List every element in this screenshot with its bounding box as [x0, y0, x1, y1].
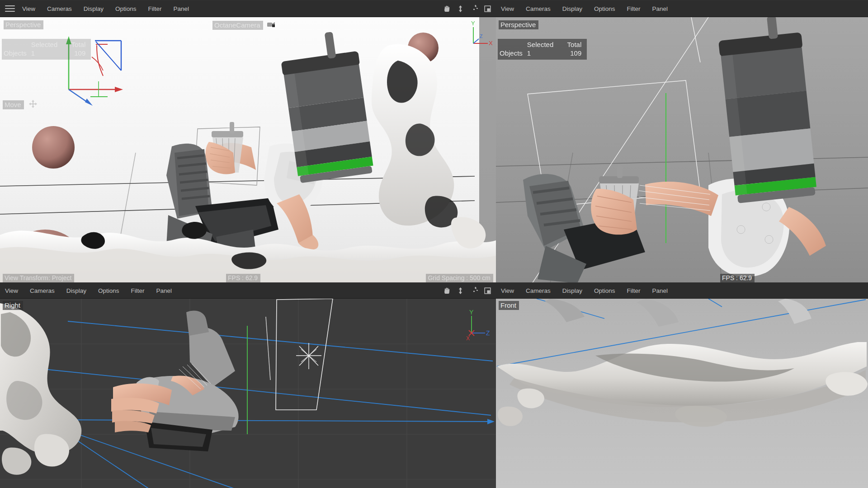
panel-menubar-bottom-right: View Cameras Display Options Filter Pane…: [496, 282, 868, 299]
stats-total-value: 109: [553, 49, 581, 57]
menu-item-filter[interactable]: Filter: [131, 287, 145, 294]
axis-label-y: Y: [471, 20, 475, 27]
viewport-3d-bottom-right[interactable]: Front: [496, 299, 868, 488]
menu-item-cameras[interactable]: Cameras: [30, 287, 55, 294]
menu-item-cameras[interactable]: Cameras: [526, 5, 551, 12]
grid-spacing-label: Grid Spacing : 500 cm: [426, 274, 493, 282]
stats-header-selected: Selected: [31, 40, 57, 49]
menu-item-panel[interactable]: Panel: [156, 287, 172, 294]
scene-render-bottom-right: [496, 299, 868, 488]
viewport-panel-top-right: View Cameras Display Options Filter Pane…: [496, 0, 868, 282]
tumble-icon[interactable]: [470, 287, 478, 295]
view-name-label-bottom-right: Front: [499, 301, 519, 309]
menu-item-panel[interactable]: Panel: [652, 287, 668, 294]
tumble-icon[interactable]: [470, 5, 478, 13]
stats-total-value: 109: [57, 49, 85, 57]
viewport-3d-top-right[interactable]: Perspective Selected Total Objects 1 109: [496, 17, 868, 282]
move-icon: [28, 99, 38, 110]
axis-label-y: Y: [469, 309, 474, 316]
axis-orientation-gizmo-top-left: Y X Z: [466, 19, 492, 51]
menu-item-panel[interactable]: Panel: [174, 5, 189, 12]
fps-label-top-left: FPS : 62.9: [226, 274, 260, 282]
menu-item-options[interactable]: Options: [594, 5, 615, 12]
viewport-tool-icons-bottom-left: [443, 283, 494, 298]
viewport-tool-icons-top-left: [443, 0, 494, 17]
menu-item-filter[interactable]: Filter: [627, 287, 641, 294]
stats-row-label: Objects: [4, 49, 31, 57]
heads-up-display-object-count-top-left: Selected Total Objects 1 109: [2, 39, 91, 60]
viewport-3d-top-left[interactable]: Perspective OctaneCamera Selected Total …: [0, 17, 496, 282]
hand-icon[interactable]: [443, 5, 451, 13]
axis-label-x: X: [466, 335, 470, 341]
menu-item-cameras[interactable]: Cameras: [526, 287, 551, 294]
menu-item-filter[interactable]: Filter: [627, 5, 641, 12]
viewport-3d-bottom-left[interactable]: Right Y Z X: [0, 299, 496, 488]
axis-label-z: Z: [480, 33, 483, 39]
menu-item-display[interactable]: Display: [84, 5, 104, 12]
axis-label-x: X: [489, 40, 492, 47]
stats-selected-value: 1: [527, 49, 553, 57]
panel-menubar-bottom-left: View Cameras Display Options Filter Pane…: [0, 282, 496, 299]
menu-item-options[interactable]: Options: [98, 287, 119, 294]
active-tool-hud: Move: [3, 99, 38, 110]
view-name-label-bottom-left: Right: [3, 301, 23, 309]
view-transform-label: View Transform: Project: [3, 274, 74, 282]
axis-orientation-gizmo-bottom-left: Y Z X: [463, 308, 491, 343]
menu-item-cameras[interactable]: Cameras: [47, 5, 72, 12]
view-name-label-top-left: Perspective: [4, 21, 43, 28]
viewport-panel-bottom-left: View Cameras Display Options Filter Pane…: [0, 282, 496, 488]
menu-item-filter[interactable]: Filter: [148, 5, 162, 12]
stats-header-selected: Selected: [527, 40, 553, 49]
stats-selected-value: 1: [31, 49, 57, 57]
active-tool-label: Move: [3, 100, 24, 109]
camera-name-hud-top-left: OctaneCamera: [212, 21, 276, 30]
hand-icon[interactable]: [443, 287, 451, 295]
menu-item-options[interactable]: Options: [594, 287, 615, 294]
panel-menubar-top-left: View Cameras Display Options Filter Pane…: [0, 0, 496, 17]
viewport-panel-top-left: View Cameras Display Options Filter Pane…: [0, 0, 496, 282]
scene-render-bottom-left: [0, 299, 496, 488]
panel-layout-icon[interactable]: [484, 5, 491, 13]
camera-icon: [267, 21, 276, 30]
dolly-vertical-icon[interactable]: [457, 287, 464, 295]
menu-item-view[interactable]: View: [501, 287, 514, 294]
axis-label-z: Z: [486, 329, 490, 337]
sphere-object: [32, 126, 75, 169]
menu-item-display[interactable]: Display: [562, 5, 582, 12]
dolly-vertical-icon[interactable]: [457, 5, 464, 13]
menu-item-panel[interactable]: Panel: [652, 5, 668, 12]
view-name-label-top-right: Perspective: [499, 21, 538, 28]
panel-menubar-top-right: View Cameras Display Options Filter Pane…: [496, 0, 868, 17]
menu-item-options[interactable]: Options: [115, 5, 137, 12]
viewport-panel-bottom-right: View Cameras Display Options Filter Pane…: [496, 282, 868, 488]
menu-item-display[interactable]: Display: [562, 287, 582, 294]
stats-header-total: Total: [553, 40, 581, 49]
hamburger-icon[interactable]: [5, 5, 15, 12]
menu-item-view[interactable]: View: [22, 5, 35, 12]
stats-header-total: Total: [57, 40, 85, 49]
stats-row-label: Objects: [500, 49, 527, 57]
fps-label-top-right: FPS : 62.9: [720, 274, 755, 282]
panel-layout-icon[interactable]: [484, 287, 491, 295]
heads-up-display-object-count-top-right: Selected Total Objects 1 109: [498, 39, 587, 60]
maya-quad-viewport-window: View Cameras Display Options Filter Pane…: [0, 0, 868, 488]
menu-item-view[interactable]: View: [5, 287, 18, 294]
menu-item-view[interactable]: View: [501, 5, 514, 12]
menu-item-display[interactable]: Display: [66, 287, 86, 294]
camera-name-label: OctaneCamera: [212, 21, 263, 30]
